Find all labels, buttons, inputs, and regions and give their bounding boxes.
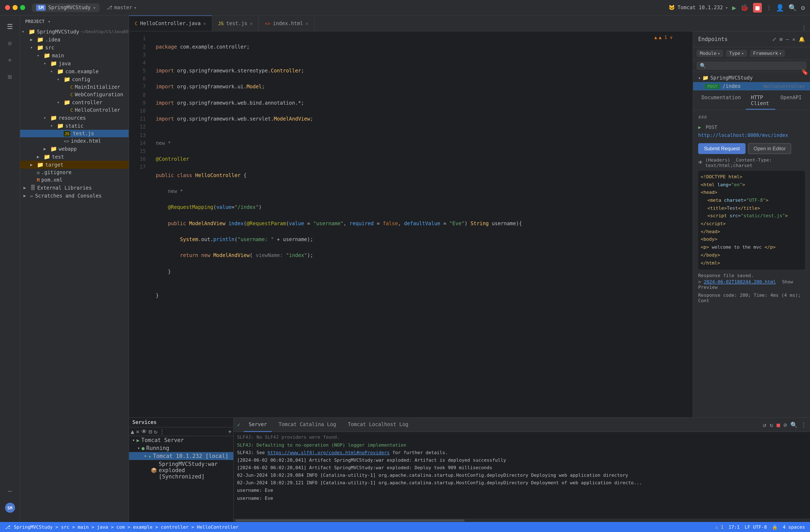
- close-icon[interactable]: ✕: [792, 36, 795, 42]
- log-line-2: SLF4J: Defaulting to no-operation (NOP) …: [237, 442, 807, 449]
- indent[interactable]: 4 spaces: [783, 524, 805, 530]
- java-icon: C: [70, 107, 73, 113]
- more-icon[interactable]: ⋮: [159, 428, 165, 435]
- log-tab-catalina[interactable]: Tomcat Catalina Log: [274, 418, 341, 432]
- response-line-9: <p> welcome to the mvc </p>: [701, 244, 803, 251]
- grid-icon[interactable]: ⊞: [780, 36, 782, 42]
- run-icon[interactable]: ▶: [698, 124, 701, 130]
- tab-documentation[interactable]: Documentation: [697, 92, 746, 110]
- close-icon[interactable]: ✕: [136, 428, 140, 435]
- sidebar-item-testjs[interactable]: ▶ JS test.js: [20, 130, 129, 137]
- more-icon[interactable]: ⋮: [801, 25, 807, 31]
- sidebar-item-resources[interactable]: ▾ 📁 resources: [20, 114, 129, 122]
- encoding[interactable]: LF UTF-8: [745, 524, 767, 530]
- tab-indexhtml[interactable]: <> index.html ✕: [259, 16, 314, 31]
- tomcat-badge[interactable]: 🐱 Tomcat 10.1.232 ▾: [669, 5, 728, 11]
- notification-icon[interactable]: 🔔: [799, 36, 805, 42]
- tab-openapi[interactable]: OpenAPI: [775, 92, 807, 110]
- sidebar-item-webconfiguration[interactable]: ▶ C WebConfiguration: [20, 91, 129, 99]
- response-file-link[interactable]: 2024-06-02T180244.200.html: [704, 279, 776, 285]
- sidebar-item-hellocontroller[interactable]: ▶ C HelloController: [20, 106, 129, 114]
- sidebar-item-java[interactable]: ▾ 📁 java: [20, 60, 129, 68]
- minimize-button[interactable]: [13, 5, 18, 10]
- tab-hellocontroller-java[interactable]: C HelloController.java ✕: [129, 16, 212, 31]
- eye-icon[interactable]: 👁: [141, 428, 147, 435]
- server-item-tomcat[interactable]: ▾ ▶ Tomcat Server: [129, 436, 233, 444]
- open-in-editor-button[interactable]: Open in Editor: [748, 143, 791, 154]
- sidebar-item-scratches-consoles[interactable]: ▶ ✏ Scratches and Consoles: [20, 192, 129, 200]
- project-selector[interactable]: SM SpringMVCStudy ▾: [32, 3, 100, 12]
- sidebar-item-config[interactable]: ▾ 📁 config: [20, 76, 129, 83]
- server-item-tomcat-instance[interactable]: ▾ ★ Tomcat 10.1.232 [local]: [129, 452, 233, 460]
- sidebar-item-pomxml[interactable]: ▶ M pom.xml: [20, 177, 129, 184]
- server-item-war[interactable]: 📦 SpringMVCStudy:war exploded [Synchroni…: [129, 460, 233, 481]
- expand-icon[interactable]: ⤢: [772, 36, 776, 42]
- filter-icon[interactable]: ⊟: [149, 428, 152, 435]
- code-content[interactable]: package com.example.controller; import o…: [149, 32, 693, 417]
- close-icon[interactable]: ✕: [203, 21, 206, 27]
- log-tab-localhost[interactable]: Tomcat Localhost Log: [343, 418, 414, 432]
- up-icon[interactable]: ▲: [131, 428, 134, 435]
- endpoint-index[interactable]: POST /index HelloController: [693, 82, 810, 90]
- stop-icon[interactable]: ■: [777, 421, 780, 428]
- search-icon[interactable]: 🔍: [790, 421, 797, 428]
- close-icon[interactable]: ✕: [250, 21, 253, 27]
- avatar-icon[interactable]: SM: [2, 500, 17, 515]
- run-icon[interactable]: ▶: [732, 3, 736, 12]
- slf4j-link[interactable]: https://www.slf4j.org/codes.html#noProvi…: [268, 450, 390, 455]
- tab-label: test.js: [226, 21, 247, 27]
- debug-icon[interactable]: 🐞: [740, 3, 749, 12]
- activity-project-icon[interactable]: ☰: [2, 19, 17, 34]
- activity-search-icon[interactable]: ⌖: [2, 52, 17, 68]
- maximize-button[interactable]: [20, 5, 25, 10]
- tab-httpclient[interactable]: HTTP Client: [746, 92, 775, 110]
- framework-filter[interactable]: Framework ▾: [750, 50, 785, 57]
- minimize-icon[interactable]: —: [786, 36, 789, 42]
- activity-structure-icon[interactable]: ⊞: [2, 69, 17, 84]
- code-editor[interactable]: 12345 678910 1112131415 1617 package com…: [129, 32, 693, 417]
- endpoints-search-input[interactable]: [709, 63, 803, 69]
- server-item-running[interactable]: ▾ ● Running: [129, 444, 233, 452]
- clear-icon[interactable]: ⊘: [783, 421, 787, 428]
- refresh2-icon[interactable]: ↻: [770, 421, 773, 428]
- module-filter[interactable]: Module ▾: [697, 50, 723, 57]
- more-icon[interactable]: ⋮: [766, 4, 772, 11]
- sidebar-item-test[interactable]: ▶ 📁 test: [20, 153, 129, 161]
- settings-icon[interactable]: ⚙: [801, 3, 805, 12]
- sidebar-item-static[interactable]: ▾ 📁 static: [20, 122, 129, 130]
- sidebar-item-springmvcstudy[interactable]: ▾ 📁 SpringMVCStudy ~/Desktop/CS/JavaEE/.…: [20, 28, 129, 36]
- type-filter[interactable]: Type ▾: [726, 50, 747, 57]
- sidebar-item-gitignore[interactable]: ▶ ◎ .gitignore: [20, 169, 129, 177]
- branch-selector[interactable]: ⎇ master ▾: [107, 5, 136, 11]
- sidebar-item-indexhtml[interactable]: ▶ <> index.html: [20, 137, 129, 145]
- bookmark-icon[interactable]: 🔖: [801, 69, 808, 75]
- reload-icon[interactable]: ↻: [154, 428, 158, 435]
- close-icon[interactable]: ✕: [306, 21, 308, 27]
- endpoint-project[interactable]: ▾ 📁 SpringMVCStudy: [693, 74, 810, 82]
- sidebar-item-webapp[interactable]: ▶ 📁 webapp: [20, 145, 129, 153]
- log-tab-server[interactable]: Server: [244, 418, 272, 432]
- more-icon[interactable]: ⋮: [801, 421, 807, 428]
- search-icon[interactable]: 🔍: [789, 3, 797, 12]
- stop-icon[interactable]: ■: [753, 3, 762, 12]
- sidebar-item-idea[interactable]: ▶ 📁 .idea: [20, 36, 129, 44]
- profile-icon[interactable]: 👤: [776, 3, 784, 12]
- sidebar-item-maininitializer[interactable]: ▶ C MainInitializer: [20, 83, 129, 91]
- line-col[interactable]: 17:1: [729, 524, 740, 530]
- activity-vcs-icon[interactable]: ⊙: [2, 36, 17, 51]
- tab-testjs[interactable]: JS test.js ✕: [212, 16, 259, 31]
- sidebar-item-comexample[interactable]: ▾ 📁 com.example: [20, 68, 129, 76]
- submit-request-button[interactable]: Submit Request: [698, 143, 746, 154]
- log-scrollbar[interactable]: [234, 519, 810, 522]
- warning-status[interactable]: ⚠ 1: [715, 524, 724, 530]
- add-icon[interactable]: +: [228, 428, 232, 435]
- close-button[interactable]: [5, 5, 10, 10]
- activity-more-icon[interactable]: ⋯: [2, 484, 17, 499]
- sidebar-item-external-libraries[interactable]: ▶ 🗄 External Libraries: [20, 184, 129, 192]
- sidebar-item-main[interactable]: ▾ 📁 main: [20, 52, 129, 60]
- refresh-icon[interactable]: ↺: [763, 421, 766, 428]
- framework-label: Framework: [753, 51, 778, 56]
- sidebar-item-src[interactable]: ▾ 📁 src: [20, 44, 129, 52]
- sidebar-item-controller[interactable]: ▾ 📁 controller: [20, 99, 129, 106]
- sidebar-item-target[interactable]: ▶ 📁 target: [20, 161, 129, 169]
